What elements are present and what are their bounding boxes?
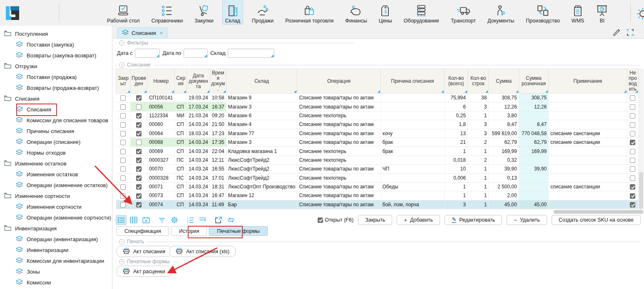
theme-sun-icon[interactable] xyxy=(637,7,644,20)
filter-icon[interactable] xyxy=(157,215,167,225)
toolbar-item-wms[interactable]: WMS xyxy=(569,0,587,25)
cell-not_conduct[interactable] xyxy=(627,156,638,164)
tree-item-возвраты-продажа-возврат-[interactable]: Возвраты (продажа-возврат) xyxy=(0,82,112,93)
cell-proven[interactable] xyxy=(131,147,147,156)
toolbar-item-directories[interactable]: Справочники xyxy=(148,0,186,25)
toolbar-item-desktop[interactable]: Рабочий стол xyxy=(104,0,142,25)
toolbar-item-transport[interactable]: Транспорт xyxy=(448,0,479,25)
column-header-note[interactable]: Примечание xyxy=(549,69,627,94)
not_conduct-checkbox[interactable] xyxy=(630,95,635,101)
cell-proven[interactable] xyxy=(131,191,147,200)
cell-proven[interactable] xyxy=(131,120,147,129)
cell-not_conduct[interactable] xyxy=(627,111,638,120)
table-row[interactable]: СП10014119.03.2410:58Магазин 9Списание т… xyxy=(116,94,639,102)
proven-checkbox[interactable] xyxy=(136,166,142,172)
cell-not_conduct[interactable] xyxy=(627,182,638,191)
table-row[interactable]: 00068СП14.03.2417:35Магазин 3Списание то… xyxy=(116,138,639,146)
proven-checkbox[interactable] xyxy=(136,149,142,154)
vertical-scrollbar[interactable] xyxy=(639,69,644,210)
cell-not_conduct[interactable] xyxy=(627,147,638,156)
tree-folder-изменение-сортности[interactable]: Изменение сортности xyxy=(0,190,112,201)
cell-not_conduct[interactable] xyxy=(627,120,638,129)
toolbar-item-finance[interactable]: Финансы xyxy=(342,0,370,25)
cell-not_conduct[interactable] xyxy=(627,129,638,138)
print-forms-group-header[interactable]: − Печатные формы xyxy=(115,259,182,264)
toolbar-item-prices[interactable]: $ Цены xyxy=(376,0,395,25)
reload-icon[interactable] xyxy=(226,215,236,225)
cell-proven[interactable] xyxy=(131,156,147,164)
print-group-header[interactable]: − Печать xyxy=(115,239,640,245)
cell-closed[interactable] xyxy=(116,120,131,129)
tree-item-изменения-остатков[interactable]: Изменения остатков xyxy=(0,169,112,180)
cell-not_conduct[interactable] xyxy=(627,200,638,209)
proven-checkbox[interactable] xyxy=(136,140,142,145)
cell-not_conduct[interactable] xyxy=(627,191,638,200)
tree-item-операции-изменение-остатков-[interactable]: Операции (изменение остатков) xyxy=(0,180,112,190)
cell-closed[interactable] xyxy=(116,147,131,156)
filters-group-header[interactable]: − Фильтры xyxy=(115,40,354,46)
warehouse-filter-input[interactable] xyxy=(228,49,274,58)
cell-closed[interactable] xyxy=(116,129,131,138)
cell-closed[interactable] xyxy=(116,156,131,164)
tree-item-поставки-закупка-[interactable]: Поставки (закупка) xyxy=(0,39,112,50)
date-from-input[interactable] xyxy=(135,49,160,58)
tree-item-возвраты-закупка-возврат-[interactable]: Возвраты (закупка-возврат) xyxy=(0,50,112,61)
not_conduct-checkbox[interactable] xyxy=(630,122,635,128)
column-header-operation[interactable]: Операция xyxy=(297,69,380,94)
not_conduct-checkbox[interactable] xyxy=(630,166,635,172)
cell-not_conduct[interactable] xyxy=(627,173,638,182)
not_conduct-checkbox[interactable] xyxy=(630,202,635,207)
table-row[interactable]: 00069СП14.03.2422:04Кладовка магазина 1С… xyxy=(116,147,639,156)
tree-folder-списания[interactable]: Списания xyxy=(0,93,112,104)
toolbar-item-retail[interactable]: Розничная торговля xyxy=(282,0,336,25)
cell-proven[interactable] xyxy=(131,102,147,111)
proven-checkbox[interactable] xyxy=(136,202,142,207)
open-checkbox[interactable]: Открыт (F6) xyxy=(318,217,353,223)
column-header-closed[interactable]: Закрыт xyxy=(116,69,131,94)
tree-folder-изменение-остатков[interactable]: Изменение остатков xyxy=(0,158,112,169)
table-row[interactable]: 00071СП14.03.2418:31ЛюксСофтОпт Производ… xyxy=(116,182,639,191)
view-list-icon[interactable] xyxy=(116,215,127,225)
collapse-icon[interactable]: − xyxy=(119,259,124,264)
tree-item-операции-инвентаризация-[interactable]: Операции (инвентаризация) xyxy=(0,234,112,245)
tree-item-комиссии-для-инвентаризации[interactable]: Комиссии для инвентаризации xyxy=(0,255,112,266)
add-button[interactable]: + Добавить xyxy=(397,215,440,225)
cell-closed[interactable] xyxy=(116,165,131,173)
collapse-icon[interactable]: − xyxy=(119,62,124,68)
proven-checkbox[interactable] xyxy=(136,184,142,190)
not_conduct-checkbox[interactable] xyxy=(630,104,635,110)
cell-closed[interactable] xyxy=(116,94,131,102)
collapse-icon[interactable]: − xyxy=(119,40,124,46)
not_conduct-checkbox[interactable] xyxy=(630,184,635,190)
cell-proven[interactable] xyxy=(131,165,147,173)
grid-group-header[interactable]: − Списание xyxy=(115,62,640,68)
closed-checkbox[interactable] xyxy=(120,166,126,172)
numbered-list-icon[interactable]: 123 xyxy=(185,215,196,225)
proven-checkbox[interactable] xyxy=(136,193,142,199)
cell-closed[interactable] xyxy=(116,138,131,146)
not_conduct-checkbox[interactable] xyxy=(630,158,635,163)
table-row[interactable]: 00060СП14.03.2421:50Магазин 4Списание то… xyxy=(116,120,639,129)
horizontal-scrollbar[interactable] xyxy=(554,210,643,214)
fullscreen-icon[interactable] xyxy=(626,28,635,39)
cell-closed[interactable] xyxy=(116,200,131,209)
not_conduct-checkbox[interactable] xyxy=(630,175,635,181)
table-row[interactable]: 00073СП14.03.2416:47Магазин 12Списание т… xyxy=(116,191,639,200)
print-act-rascenki-button[interactable]: Акт расценки xyxy=(117,266,172,277)
proven-checkbox[interactable] xyxy=(136,175,142,181)
cell-proven[interactable] xyxy=(131,182,147,191)
print-act-spisaniya-button[interactable]: Акт списания xyxy=(117,246,172,257)
toolbar-item-bi[interactable]: BI xyxy=(593,0,611,25)
open-checkbox-box[interactable] xyxy=(318,217,323,223)
column-header-sum[interactable]: Сумма xyxy=(489,69,519,94)
proven-checkbox[interactable] xyxy=(136,122,142,128)
create-sku-button[interactable]: Создать список SKU на основе xyxy=(552,215,641,225)
cell-proven[interactable] xyxy=(131,94,147,102)
tree-item-операции-списание-[interactable]: Операции (списание) xyxy=(0,136,112,147)
cell-closed[interactable] xyxy=(116,182,131,191)
closed-checkbox[interactable] xyxy=(120,140,126,145)
proven-checkbox[interactable] xyxy=(136,95,142,101)
column-header-reason[interactable]: Причина списания xyxy=(380,69,445,94)
cell-closed[interactable] xyxy=(116,111,131,120)
column-header-date[interactable]: Дата документа xyxy=(187,69,210,94)
